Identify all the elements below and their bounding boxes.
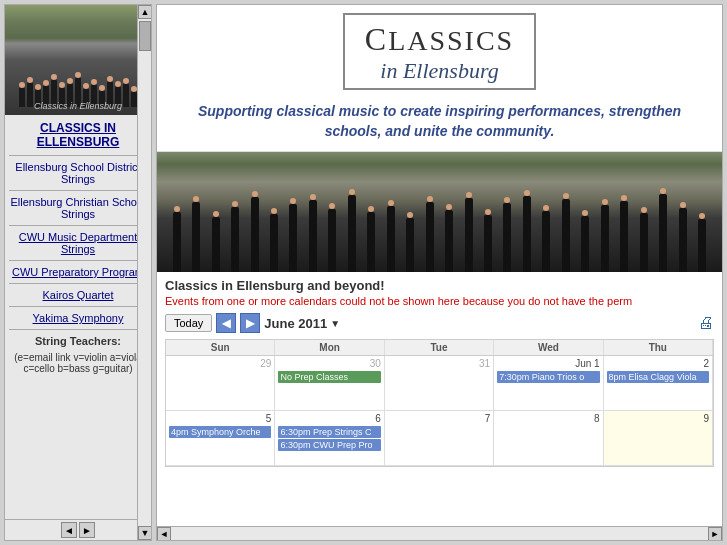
classics-logo: CLASSICS in Ellensburg xyxy=(343,13,536,90)
month-dropdown-icon[interactable]: ▼ xyxy=(330,318,340,329)
cal-cell-jun1: Jun 1 7:30pm Piano Trios o xyxy=(494,356,603,411)
sidebar: Classics in Ellensburg CLASSICS IN ELLEN… xyxy=(4,4,152,541)
calendar-grid: Sun Mon Tue Wed Thu 29 30 No Prep Classe… xyxy=(165,339,714,467)
next-month-button[interactable]: ▶ xyxy=(240,313,260,333)
cal-cell-5: 5 4pm Symphony Orche xyxy=(166,411,275,466)
sidebar-scroll-thumb[interactable] xyxy=(139,21,151,51)
sidebar-link-yakima[interactable]: Yakima Symphony xyxy=(9,312,147,324)
cal-event-piano-trios[interactable]: 7:30pm Piano Trios o xyxy=(497,371,599,383)
logo-subtitle: in Ellensburg xyxy=(365,58,514,84)
sidebar-main-link[interactable]: CLASSICS IN ELLENSBURG xyxy=(9,121,147,149)
sidebar-link-cwu-music[interactable]: CWU Music Department Strings xyxy=(9,231,147,255)
sidebar-link-ellensburg-christian[interactable]: Ellensburg Christian School Strings xyxy=(9,196,147,220)
cal-date-31: 31 xyxy=(388,358,490,369)
cal-date-6: 6 xyxy=(278,413,380,424)
cal-cell-7: 7 xyxy=(385,411,494,466)
cal-cell-6: 6 6:30pm Prep Strings C 6:30pm CWU Prep … xyxy=(275,411,384,466)
cal-header-mon: Mon xyxy=(275,340,384,355)
hscroll-right-btn[interactable]: ► xyxy=(708,527,722,541)
cal-event-cwu-prep[interactable]: 6:30pm CWU Prep Pro xyxy=(278,439,380,451)
cal-cell-2: 2 8pm Elisa Clagg Viola xyxy=(604,356,713,411)
cal-cell-8: 8 xyxy=(494,411,603,466)
cal-date-7: 7 xyxy=(388,413,490,424)
cal-date-5: 5 xyxy=(169,413,271,424)
sidebar-scrollbar[interactable]: ▲ ▼ xyxy=(137,5,151,540)
cal-header-sun: Sun xyxy=(166,340,275,355)
cal-event-no-prep[interactable]: No Prep Classes xyxy=(278,371,380,383)
cal-header-thu: Thu xyxy=(604,340,713,355)
main-content: CLASSICS in Ellensburg Supporting classi… xyxy=(156,4,723,541)
sidebar-scroll-down-btn[interactable]: ▼ xyxy=(138,526,152,540)
hscroll-track[interactable] xyxy=(171,527,708,540)
calendar-section: Classics in Ellensburg and beyond! Event… xyxy=(157,272,722,526)
sidebar-scroll-up-btn[interactable]: ▲ xyxy=(138,5,152,19)
calendar-title: Classics in Ellensburg and beyond! xyxy=(165,278,714,293)
sidebar-scroll-track[interactable] xyxy=(138,19,151,526)
sidebar-link-kairos[interactable]: Kairos Quartet xyxy=(9,289,147,301)
cal-header-wed: Wed xyxy=(494,340,603,355)
calendar-week-1: 29 30 No Prep Classes 31 Jun 1 7:30pm Pi… xyxy=(166,356,713,411)
calendar-header-row: Sun Mon Tue Wed Thu xyxy=(166,340,713,356)
cal-date-jun1: Jun 1 xyxy=(497,358,599,369)
cal-event-symphony[interactable]: 4pm Symphony Orche xyxy=(169,426,271,438)
cal-header-tue: Tue xyxy=(385,340,494,355)
today-button[interactable]: Today xyxy=(165,314,212,332)
cal-date-9: 9 xyxy=(607,413,709,424)
sidebar-string-teachers-detail: (e=email link v=violin a=viola c=cello b… xyxy=(9,352,147,374)
tagline: Supporting classical music to create ins… xyxy=(167,96,712,147)
print-button[interactable]: 🖨 xyxy=(698,314,714,332)
sidebar-image-label: Classics in Ellensburg xyxy=(5,101,151,111)
logo-title: CLASSICS xyxy=(365,21,514,58)
sidebar-scroll-right-btn[interactable]: ► xyxy=(79,522,95,538)
cal-date-2: 2 xyxy=(607,358,709,369)
hscroll-left-btn[interactable]: ◄ xyxy=(157,527,171,541)
sidebar-string-teachers-label: String Teachers: xyxy=(9,335,147,347)
cal-cell-9: 9 xyxy=(604,411,713,466)
sidebar-scroll-left-btn[interactable]: ◄ xyxy=(61,522,77,538)
main-horizontal-scrollbar[interactable]: ◄ ► xyxy=(157,526,722,540)
sidebar-navigation: CLASSICS IN ELLENSBURG Ellensburg School… xyxy=(5,115,151,519)
cal-event-elisa-clagg[interactable]: 8pm Elisa Clagg Viola xyxy=(607,371,709,383)
cal-cell-31: 31 xyxy=(385,356,494,411)
cal-cell-29: 29 xyxy=(166,356,275,411)
sidebar-link-cwu-prep[interactable]: CWU Preparatory Program xyxy=(9,266,147,278)
cal-cell-30: 30 No Prep Classes xyxy=(275,356,384,411)
sidebar-link-ellensburg-school[interactable]: Ellensburg School District Strings xyxy=(9,161,147,185)
cal-date-8: 8 xyxy=(497,413,599,424)
calendar-error: Events from one or more calendars could … xyxy=(165,295,714,307)
calendar-nav: Today ◀ ▶ June 2011 ▼ 🖨 xyxy=(165,313,714,333)
cal-date-29: 29 xyxy=(169,358,271,369)
orchestra-photo xyxy=(157,152,722,272)
prev-month-button[interactable]: ◀ xyxy=(216,313,236,333)
calendar-week-2: 5 4pm Symphony Orche 6 6:30pm Prep Strin… xyxy=(166,411,713,466)
header-banner: CLASSICS in Ellensburg Supporting classi… xyxy=(157,5,722,152)
cal-date-30: 30 xyxy=(278,358,380,369)
sidebar-scroll-controls: ◄ ► xyxy=(5,519,151,540)
calendar-month-label: June 2011 ▼ xyxy=(264,316,340,331)
sidebar-banner-image: Classics in Ellensburg xyxy=(5,5,151,115)
cal-event-prep-strings[interactable]: 6:30pm Prep Strings C xyxy=(278,426,380,438)
